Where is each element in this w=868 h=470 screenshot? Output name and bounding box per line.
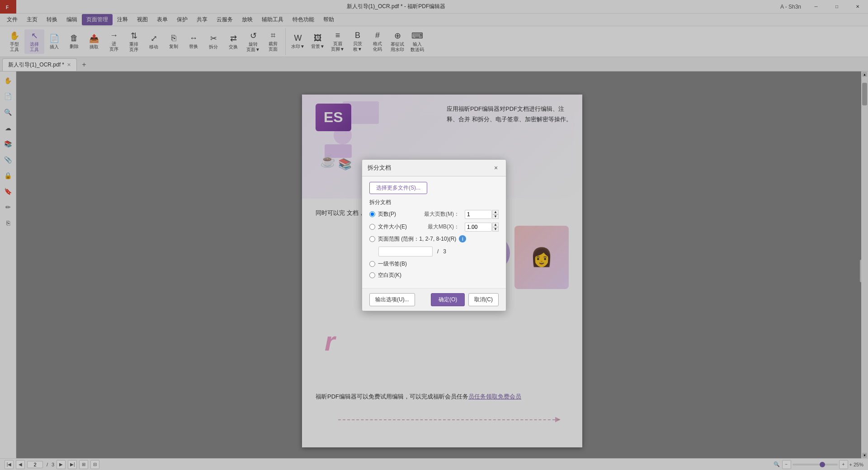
by-size-option: 文件大小(E) 最大MB(X)： ▲ ▼ <box>369 223 499 232</box>
footer-left: 输出选项(U)... <box>369 293 415 306</box>
cancel-button[interactable]: 取消(C) <box>468 293 499 306</box>
by-blank-radio[interactable] <box>369 272 375 278</box>
dialog-section-label: 拆分文档 <box>369 199 499 206</box>
max-pages-down[interactable]: ▼ <box>492 214 499 219</box>
dialog-close-button[interactable]: × <box>491 163 500 172</box>
max-mb-spinner: ▲ ▼ <box>492 223 499 232</box>
by-blank-option: 空白页(K) <box>369 271 499 279</box>
page-range-row: / 3 <box>378 247 499 256</box>
select-files-button[interactable]: 选择更多文件(S)... <box>369 182 427 194</box>
max-pages-input[interactable] <box>465 210 492 219</box>
ok-button[interactable]: 确定(O) <box>431 293 465 306</box>
dialog-title: 拆分文档 <box>368 164 391 172</box>
max-pages-input-group: ▲ ▼ <box>465 210 499 219</box>
footer-right: 确定(O) 取消(C) <box>431 293 499 306</box>
by-range-option: 页面范围 (范例：1, 2-7, 8-10)(R) i <box>369 235 499 243</box>
by-range-label[interactable]: 页面范围 (范例：1, 2-7, 8-10)(R) <box>378 235 456 243</box>
output-options-button[interactable]: 输出选项(U)... <box>369 293 415 306</box>
max-pages-spinner: ▲ ▼ <box>492 210 499 219</box>
dialog-overlay: 拆分文档 × 选择更多文件(S)... 拆分文档 页数(P) 最大页数(M)： <box>0 0 868 470</box>
split-document-dialog: 拆分文档 × 选择更多文件(S)... 拆分文档 页数(P) 最大页数(M)： <box>362 159 506 311</box>
by-bookmark-label[interactable]: 一级书签(B) <box>378 260 407 268</box>
by-size-label[interactable]: 文件大小(E) <box>378 223 407 231</box>
max-mb-input[interactable] <box>465 223 492 232</box>
dialog-title-bar: 拆分文档 × <box>362 160 506 176</box>
by-pages-radio[interactable] <box>369 211 375 217</box>
by-range-radio[interactable] <box>369 236 375 242</box>
by-bookmark-radio[interactable] <box>369 261 375 267</box>
max-mb-label: 最大MB(X)： <box>419 223 459 231</box>
info-icon[interactable]: i <box>459 235 466 242</box>
by-size-radio[interactable] <box>369 224 375 230</box>
max-mb-down[interactable]: ▼ <box>492 227 499 232</box>
page-total-display: 3 <box>443 248 446 255</box>
by-bookmark-option: 一级书签(B) <box>369 260 499 268</box>
max-mb-input-group: ▲ ▼ <box>465 223 499 232</box>
page-range-input[interactable] <box>378 247 433 256</box>
by-pages-label[interactable]: 页数(P) <box>378 210 396 218</box>
by-blank-label[interactable]: 空白页(K) <box>378 271 401 279</box>
max-pages-label: 最大页数(M)： <box>419 210 459 218</box>
page-slash: / <box>437 248 439 255</box>
max-mb-up[interactable]: ▲ <box>492 223 499 227</box>
dialog-body: 选择更多文件(S)... 拆分文档 页数(P) 最大页数(M)： ▲ ▼ <box>362 176 506 288</box>
dialog-footer: 输出选项(U)... 确定(O) 取消(C) <box>362 288 506 311</box>
by-pages-option: 页数(P) 最大页数(M)： ▲ ▼ <box>369 210 499 219</box>
max-pages-up[interactable]: ▲ <box>492 210 499 214</box>
